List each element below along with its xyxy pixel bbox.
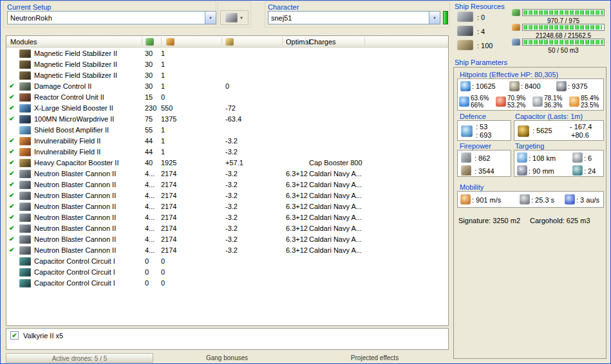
blaster-icon xyxy=(19,246,31,255)
range-icon xyxy=(517,152,527,163)
module-cpu-value: 0 xyxy=(145,257,149,265)
optimal-column-header[interactable]: Optimal xyxy=(286,38,310,46)
module-name: Neutron Blaster Cannon II xyxy=(34,192,116,199)
active-check-icon: ✔ xyxy=(9,137,18,144)
drone-checkbox[interactable]: ✔ xyxy=(10,331,19,340)
capacitor-column-icon[interactable] xyxy=(225,38,234,46)
module-row[interactable]: ✔Neutron Blaster Cannon II4...2174-3.26.… xyxy=(6,234,448,245)
ccc-rig-icon xyxy=(19,257,31,266)
module-row[interactable]: ✔Invulnerability Field II441-3.2 xyxy=(6,147,448,158)
modules-panel: Modules Optimal Charges Magnetic Field S… xyxy=(6,35,449,326)
ccc-rig-icon xyxy=(19,279,31,287)
module-row[interactable]: ✔Invulnerability Field II441-3.2 xyxy=(6,136,448,147)
tab-projected-effects[interactable]: Projected effects xyxy=(301,353,449,363)
modules-header-label: Modules xyxy=(10,38,37,46)
drones-panel: ✔ Valkyrie II x5 xyxy=(6,328,449,350)
module-powergrid-value: 1 xyxy=(161,148,165,156)
capacitor-title: Capacitor (Lasts: 1m) xyxy=(515,113,583,120)
calibration-icon xyxy=(457,40,473,50)
invuln-field-icon xyxy=(19,148,31,156)
active-check-icon: ✔ xyxy=(9,159,18,166)
mobility-align-time: : 25.3 s xyxy=(531,196,554,204)
check-icon: ✔ xyxy=(12,332,17,339)
module-powergrid-value: 2174 xyxy=(161,203,176,210)
module-row[interactable]: ✔Reactor Control Unit II150 xyxy=(6,92,448,103)
setup-select[interactable]: NeutronRokh ▼ xyxy=(7,11,216,24)
scan-res-icon xyxy=(517,165,527,176)
module-powergrid-value: 0 xyxy=(161,257,165,265)
setup-select-dropdown-button[interactable]: ▼ xyxy=(205,12,216,24)
module-row[interactable]: Capacitor Control Circuit I00 xyxy=(6,267,448,278)
tab-active-drones[interactable]: Active drones: 5 / 5 xyxy=(6,353,153,363)
module-row[interactable]: ✔X-Large Shield Booster II230550-72 xyxy=(6,103,448,114)
blaster-icon xyxy=(19,235,31,244)
module-name: Neutron Blaster Cannon II xyxy=(34,170,116,177)
module-cpu-value: 40 xyxy=(145,159,153,167)
module-row[interactable]: ✔100MN MicroWarpdrive II751375-63.4 xyxy=(6,114,448,125)
module-cap-use-value: -3.2 xyxy=(225,235,238,243)
shield-booster-icon xyxy=(19,104,31,113)
tab-gang-bonuses[interactable]: Gang bonuses xyxy=(153,353,301,363)
powergrid-bar xyxy=(522,24,605,31)
module-row[interactable]: ✔Neutron Blaster Cannon II4...2174-3.26.… xyxy=(6,190,448,201)
blaster-icon xyxy=(19,192,31,200)
cpu-icon xyxy=(512,9,520,16)
module-cpu-value: 30 xyxy=(145,82,153,90)
module-row[interactable]: Magnetic Field Stabilizer II301 xyxy=(6,48,448,59)
ship-resources-title: Ship Resources xyxy=(455,3,505,10)
structure-icon xyxy=(556,81,567,91)
shield-boost-amp-icon xyxy=(19,126,31,134)
speed-icon xyxy=(460,194,471,205)
eft-window: Current Setup NeutronRokh ▼ ▼ Character … xyxy=(0,0,611,364)
module-row[interactable]: ✔Heavy Capacitor Booster II401925+57.1Ca… xyxy=(6,158,448,168)
capacitor-icon xyxy=(518,125,529,137)
module-row[interactable]: ✔Damage Control II3010 xyxy=(6,81,448,92)
module-name: Magnetic Field Stabilizer II xyxy=(34,50,117,57)
character-select-dropdown-button[interactable]: ▼ xyxy=(429,12,440,24)
module-optimal-value: 6.3+12 xyxy=(286,214,308,221)
module-cpu-value: 30 xyxy=(145,60,153,68)
module-powergrid-value: 2174 xyxy=(161,224,176,232)
character-select[interactable]: snej51 ▼ xyxy=(268,11,440,24)
module-name: X-Large Shield Booster II xyxy=(34,104,113,112)
module-row[interactable]: ✔Neutron Blaster Cannon II4...2174-3.26.… xyxy=(6,179,448,190)
module-optimal-value: 6.3+12 xyxy=(286,170,308,177)
defence-value-1: : 53 xyxy=(476,123,487,131)
active-check-icon: ✔ xyxy=(9,192,18,199)
thermal-resist-value: 70.9% xyxy=(507,95,525,102)
explosive-resist-icon xyxy=(569,96,579,107)
module-row[interactable]: Magnetic Field Stabilizer II301 xyxy=(6,59,448,70)
kinetic-resist-value: 78.1% xyxy=(544,95,562,102)
module-row[interactable]: Shield Boost Amplifier II551 xyxy=(6,125,448,136)
module-row[interactable]: ✔Neutron Blaster Cannon II4...2174-3.26.… xyxy=(6,168,448,179)
active-check-icon: ✔ xyxy=(9,203,18,210)
module-name: Neutron Blaster Cannon II xyxy=(34,203,116,210)
cpu-column-icon[interactable] xyxy=(146,38,154,46)
module-cpu-value: 0 xyxy=(145,268,149,276)
defence-box: : 53 : 693 xyxy=(457,120,511,141)
module-row[interactable]: Capacitor Control Circuit I00 xyxy=(6,278,448,289)
module-cpu-value: 4... xyxy=(145,214,155,221)
module-row[interactable]: Magnetic Field Stabilizer II301 xyxy=(6,70,448,81)
module-row[interactable]: Capacitor Control Circuit I00 xyxy=(6,256,448,267)
active-check-icon: ✔ xyxy=(9,93,18,100)
module-name: Shield Boost Amplifier II xyxy=(34,126,109,134)
module-row[interactable]: ✔Neutron Blaster Cannon II4...2174-3.26.… xyxy=(6,212,448,223)
module-name: Neutron Blaster Cannon II xyxy=(34,214,116,221)
powergrid-column-icon[interactable] xyxy=(166,38,174,46)
module-row[interactable]: ✔Neutron Blaster Cannon II4...2174-3.26.… xyxy=(6,245,448,256)
module-row[interactable]: ✔Neutron Blaster Cannon II4...2174-3.26.… xyxy=(6,223,448,234)
charges-column-header[interactable]: Charges xyxy=(309,38,336,46)
shield-hp-value: : 10625 xyxy=(472,82,496,90)
module-cpu-value: 75 xyxy=(145,115,153,123)
module-powergrid-value: 0 xyxy=(161,279,165,287)
active-check-icon: ✔ xyxy=(9,104,18,111)
module-cpu-value: 30 xyxy=(145,50,153,57)
hitpoints-title: Hitpoints (Effective HP: 80,305) xyxy=(460,71,558,78)
module-row[interactable]: ✔Neutron Blaster Cannon II4...2174-3.26.… xyxy=(6,201,448,212)
module-charge-value: Caldari Navy A... xyxy=(309,214,362,221)
module-optimal-value: 6.3+12 xyxy=(286,224,308,232)
module-cap-use-value: -3.2 xyxy=(225,137,238,145)
capacitor-delta-out: - 167.4 xyxy=(570,123,592,131)
setup-tools-button[interactable]: ▼ xyxy=(220,10,249,25)
